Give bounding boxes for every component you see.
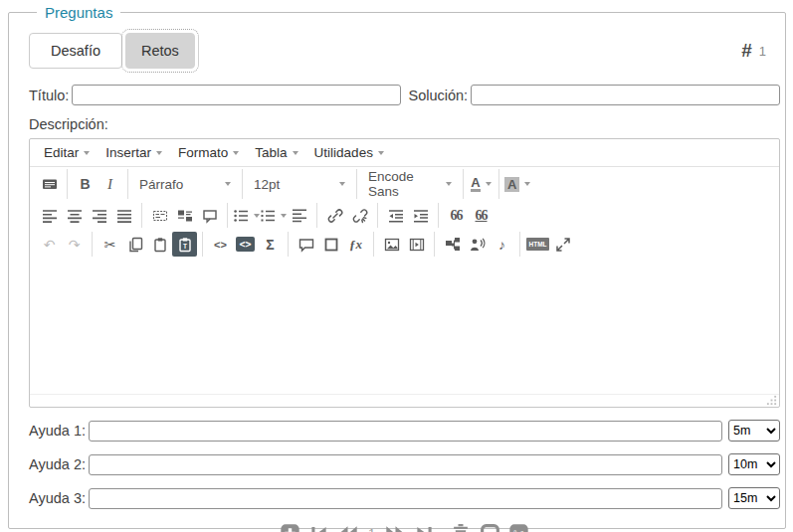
next-record-button[interactable] bbox=[384, 522, 406, 532]
keyboard-icon bbox=[42, 176, 58, 192]
undo-icon: ↶ bbox=[44, 237, 56, 253]
align-center-button[interactable] bbox=[62, 203, 87, 228]
editor-toolbar-row-3: ↶ ↷ ✂ T <> <> Σ ƒx bbox=[30, 230, 779, 259]
align-center-icon bbox=[67, 208, 83, 224]
line-height-button[interactable] bbox=[287, 203, 311, 228]
duplicate-record-button[interactable] bbox=[479, 522, 500, 532]
titulo-label: Título: bbox=[29, 88, 69, 103]
align-right-button[interactable] bbox=[87, 203, 111, 228]
diagram-icon bbox=[445, 237, 461, 253]
div-container-button[interactable] bbox=[197, 203, 222, 228]
inline-quote-button[interactable]: 66 bbox=[469, 203, 494, 228]
ayuda-3-row: Ayuda 3: 15m bbox=[29, 487, 780, 509]
fullscreen-button[interactable] bbox=[550, 232, 575, 257]
source-code-button[interactable]: <> bbox=[208, 232, 233, 257]
titulo-input[interactable] bbox=[72, 85, 400, 105]
fullscreen-icon bbox=[555, 237, 571, 253]
menu-formato[interactable]: Formato bbox=[170, 141, 247, 164]
bold-icon: B bbox=[80, 176, 90, 192]
align-left-button[interactable] bbox=[37, 203, 62, 228]
record-navigation-bar: 1 ✂ bbox=[29, 522, 780, 532]
ayuda-2-input[interactable] bbox=[89, 454, 722, 475]
align-justify-icon bbox=[116, 208, 132, 224]
editor-content-area[interactable] bbox=[30, 259, 779, 394]
chevron-down-icon bbox=[486, 182, 492, 186]
copy-button[interactable] bbox=[122, 232, 147, 257]
visual-blocks-button[interactable] bbox=[147, 203, 172, 228]
code-sample-button[interactable]: <> bbox=[233, 232, 258, 257]
layout-blocks-button[interactable] bbox=[172, 203, 197, 228]
block-format-select[interactable]: Párrafo bbox=[133, 177, 237, 192]
solucion-input[interactable] bbox=[471, 85, 780, 105]
fast-forward-icon bbox=[385, 523, 406, 532]
blockquote-icon: 66 bbox=[451, 208, 463, 224]
blockquote-button[interactable]: 66 bbox=[444, 203, 469, 228]
text-to-speech-button[interactable] bbox=[465, 232, 490, 257]
paste-icon bbox=[152, 237, 168, 253]
paste-button[interactable] bbox=[147, 232, 172, 257]
undo-button[interactable]: ↶ bbox=[37, 232, 62, 257]
chevron-down-icon bbox=[225, 182, 231, 186]
first-record-button[interactable] bbox=[308, 522, 330, 532]
copy-icon bbox=[127, 237, 143, 253]
insert-link-button[interactable] bbox=[322, 203, 347, 228]
audio-note-button[interactable]: ♪ bbox=[490, 232, 514, 257]
tab-retos[interactable]: Retos bbox=[125, 33, 195, 69]
last-record-button[interactable] bbox=[413, 522, 435, 532]
ayuda-3-input[interactable] bbox=[89, 488, 722, 509]
align-justify-button[interactable] bbox=[111, 203, 136, 228]
question-type-tabs: Desafío Retos bbox=[29, 33, 195, 69]
menu-tabla[interactable]: Tabla bbox=[247, 141, 305, 164]
comment-icon bbox=[298, 237, 314, 253]
editor-toolbar-row-1: B I Párrafo 12pt Encode Sans A A bbox=[30, 167, 779, 201]
resize-grip-icon[interactable] bbox=[766, 395, 777, 406]
current-page-number: 1 bbox=[368, 526, 375, 532]
tab-desafio[interactable]: Desafío bbox=[29, 33, 122, 69]
function-button[interactable]: ƒx bbox=[343, 232, 368, 257]
italic-button[interactable]: I bbox=[98, 172, 122, 197]
text-color-button[interactable]: A bbox=[469, 172, 494, 197]
ayuda-2-duration-select[interactable]: 10m bbox=[728, 453, 780, 475]
indent-button[interactable] bbox=[408, 203, 433, 228]
chevron-down-icon bbox=[233, 151, 239, 155]
html-button[interactable]: HTML bbox=[525, 232, 550, 257]
outdent-button[interactable] bbox=[383, 203, 408, 228]
chevron-down-icon bbox=[293, 151, 298, 155]
ayuda-1-duration-select[interactable]: 5m bbox=[728, 420, 780, 442]
cut-record-button[interactable]: ✂ bbox=[507, 522, 529, 532]
menu-insertar[interactable]: Insertar bbox=[98, 141, 170, 164]
delete-record-button[interactable] bbox=[450, 522, 472, 532]
bold-button[interactable]: B bbox=[73, 172, 98, 197]
numbered-list-button[interactable] bbox=[260, 203, 287, 228]
remove-link-button[interactable] bbox=[347, 203, 372, 228]
html-icon: HTML bbox=[526, 238, 548, 251]
paste-as-text-button[interactable]: T bbox=[172, 232, 197, 257]
menu-utilidades[interactable]: Utilidades bbox=[306, 141, 392, 164]
link-icon bbox=[327, 208, 343, 224]
ayuda-3-label: Ayuda 3: bbox=[29, 490, 86, 506]
comment-button[interactable] bbox=[294, 232, 318, 257]
bullet-list-button[interactable] bbox=[233, 203, 260, 228]
ayuda-3-duration-select[interactable]: 15m bbox=[728, 487, 780, 509]
insert-media-button[interactable] bbox=[404, 232, 429, 257]
add-record-button[interactable] bbox=[280, 522, 301, 532]
scissors-icon: ✂ bbox=[104, 237, 116, 253]
font-family-select[interactable]: Encode Sans bbox=[362, 169, 458, 199]
insert-image-button[interactable] bbox=[379, 232, 404, 257]
font-size-select[interactable]: 12pt bbox=[248, 177, 351, 192]
plus-icon bbox=[280, 523, 300, 532]
ayuda-1-input[interactable] bbox=[89, 421, 722, 442]
background-color-button[interactable]: A bbox=[504, 172, 530, 197]
italic-icon: I bbox=[107, 176, 112, 193]
cut-button[interactable]: ✂ bbox=[98, 232, 122, 257]
editor-menubar: Editar Insertar Formato Tabla Utilidades bbox=[30, 139, 779, 167]
trash-icon bbox=[451, 523, 471, 532]
skip-to-first-icon bbox=[309, 524, 328, 532]
redo-button[interactable]: ↷ bbox=[62, 232, 87, 257]
keyboard-button[interactable] bbox=[37, 172, 62, 197]
math-formula-button[interactable]: Σ bbox=[258, 232, 283, 257]
previous-record-button[interactable] bbox=[337, 522, 359, 532]
dialog-window-button[interactable] bbox=[318, 232, 343, 257]
menu-editar[interactable]: Editar bbox=[36, 141, 98, 164]
diagram-button[interactable] bbox=[440, 232, 465, 257]
